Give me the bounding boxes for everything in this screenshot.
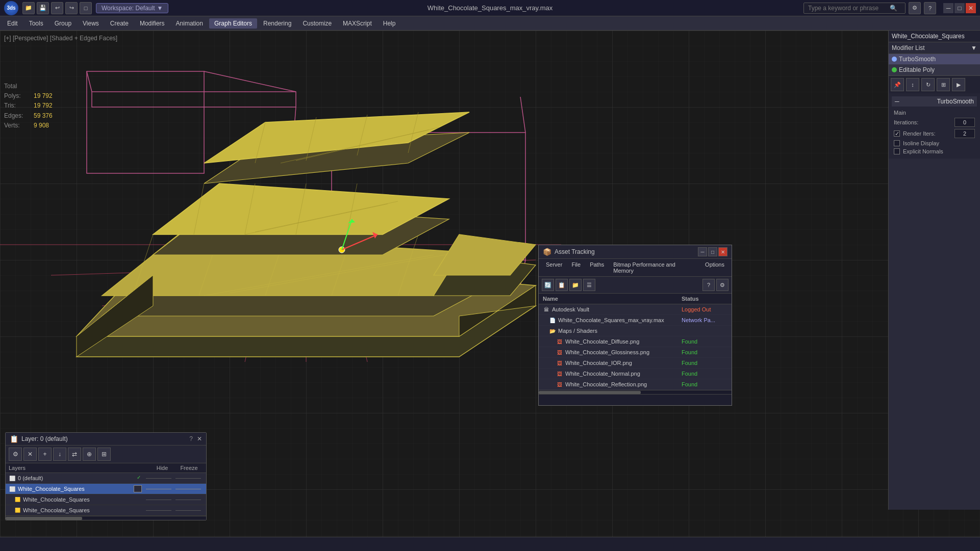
png-diffuse-icon: 🖼: [556, 338, 563, 345]
viewport-label: [+] [Perspective] [Shaded + Edged Faces]: [4, 35, 117, 42]
ts-isoline-checkbox[interactable]: [894, 140, 900, 146]
menu-help[interactable]: Help: [378, 18, 401, 29]
vault-icon: 🏛: [543, 306, 550, 313]
asset-row-diffuse[interactable]: 🖼 White_Chocolate_Diffuse.png Found: [539, 336, 732, 347]
asset-panel-title: Asset Tracking: [555, 248, 595, 255]
ts-collapse-icon[interactable]: ─: [895, 98, 899, 105]
menu-create[interactable]: Create: [105, 18, 134, 29]
undo-button[interactable]: ↩: [51, 2, 63, 14]
panel-icon-scale[interactable]: ⊞: [937, 78, 950, 91]
menu-graph-editors[interactable]: Graph Editors: [209, 18, 257, 29]
asset-tb-btn4[interactable]: ☰: [583, 279, 595, 291]
layer-scroll-thumb[interactable]: [6, 517, 82, 520]
asset-titlebar: 📦 Asset Tracking ─ □ ✕: [539, 245, 732, 259]
asset-ior-status: Found: [682, 360, 727, 366]
asset-menu-server[interactable]: Server: [542, 260, 566, 275]
asset-menu-options[interactable]: Options: [701, 260, 728, 275]
search-input[interactable]: [808, 5, 890, 12]
asset-scroll-thumb[interactable]: [539, 391, 641, 394]
asset-row-maps[interactable]: 📂 Maps / Shaders: [539, 326, 732, 336]
close-button[interactable]: ✕: [966, 3, 976, 13]
maps-icon: 📂: [549, 327, 556, 334]
modifier-turbosmooth[interactable]: TurboSmooth: [889, 54, 980, 65]
asset-menu-paths[interactable]: Paths: [586, 260, 608, 275]
panel-icon-cursor[interactable]: ↕: [906, 78, 919, 91]
polys-label: Polys:: [4, 91, 30, 101]
asset-close-button[interactable]: ✕: [718, 247, 727, 256]
minimize-button[interactable]: ─: [943, 3, 953, 13]
ts-iterations-input[interactable]: [954, 118, 975, 127]
save-button[interactable]: 💾: [37, 2, 49, 14]
modifier-editable-poly[interactable]: Editable Poly: [889, 65, 980, 75]
modifier-dot-turbosmooth: [892, 57, 897, 62]
asset-tb-help[interactable]: ?: [702, 279, 715, 291]
verts-value: 9 908: [34, 121, 49, 130]
asset-row-reflection[interactable]: 🖼 White_Chocolate_Reflection.png Found: [539, 379, 732, 390]
asset-maximize-button[interactable]: □: [708, 247, 717, 256]
panel-icon-pin[interactable]: 📌: [891, 78, 904, 91]
edges-value: 59 376: [34, 111, 53, 121]
menu-views[interactable]: Views: [78, 18, 104, 29]
ts-explicit-checkbox[interactable]: [894, 148, 900, 154]
asset-row-vault[interactable]: 🏛 Autodesk Vault Logged Out: [539, 304, 732, 315]
new-file-button[interactable]: 📁: [22, 2, 35, 14]
maximize-button[interactable]: □: [954, 3, 965, 13]
ts-render-iters-row: ✓ Render Iters:: [892, 128, 977, 139]
asset-tb-btn1[interactable]: 🔄: [542, 279, 554, 291]
menu-customize[interactable]: Customize: [297, 18, 337, 29]
layer-row-sub2[interactable]: 🟨 White_Chocolate_Squares: [6, 505, 206, 516]
asset-row-max-file[interactable]: 📄 White_Chocolate_Squares_max_vray.max N…: [539, 315, 732, 326]
search-options-icon[interactable]: ⚙: [909, 2, 921, 14]
asset-win-buttons: ─ □ ✕: [698, 247, 727, 256]
asset-tb-settings[interactable]: ⚙: [716, 279, 728, 291]
menu-maxscript[interactable]: MAXScript: [338, 18, 377, 29]
menu-rendering[interactable]: Rendering: [258, 18, 296, 29]
asset-tb-btn2[interactable]: 📋: [556, 279, 568, 291]
search-box: 🔍: [803, 3, 906, 14]
panel-icon-extra[interactable]: ▶: [952, 78, 965, 91]
modifier-list-dropdown[interactable]: ▼: [971, 44, 977, 51]
render-button[interactable]: □: [80, 2, 92, 14]
asset-menu-file[interactable]: File: [567, 260, 585, 275]
layer-help-icon[interactable]: ?: [189, 435, 193, 442]
modifier-label-turbosmooth: TurboSmooth: [899, 56, 936, 63]
asset-row-normal[interactable]: 🖼 White_Chocolate_Normal.png Found: [539, 369, 732, 379]
statusbar: [0, 537, 980, 551]
layer-add-button[interactable]: +: [38, 448, 52, 461]
viewport-area[interactable]: [+] [Perspective] [Shaded + Edged Faces]…: [0, 31, 980, 551]
menu-group[interactable]: Group: [49, 18, 77, 29]
menu-animation[interactable]: Animation: [171, 18, 208, 29]
panel-icon-rotate[interactable]: ↻: [921, 78, 935, 91]
ts-header-label: TurboSmooth: [937, 98, 974, 105]
layer-close-icon[interactable]: ✕: [197, 435, 202, 442]
asset-row-ior[interactable]: 🖼 White_Chocolate_IOR.png Found: [539, 358, 732, 369]
help-icon[interactable]: ?: [924, 2, 936, 14]
layer-delete-button[interactable]: ✕: [23, 448, 37, 461]
layer-tool4-button[interactable]: ⊞: [97, 448, 111, 461]
redo-button[interactable]: ↪: [65, 2, 78, 14]
asset-menu-bitmap[interactable]: Bitmap Performance and Memory: [609, 260, 700, 275]
max-file-icon: 📄: [549, 317, 556, 324]
menu-edit[interactable]: Edit: [2, 18, 23, 29]
layer-tool2-button[interactable]: ⇄: [68, 448, 81, 461]
layer-row-default[interactable]: ⬜ 0 (default) ✓: [6, 473, 206, 484]
asset-tb-btn3[interactable]: 📁: [569, 279, 582, 291]
workspace-selector[interactable]: Workspace: Default ▼: [96, 3, 168, 13]
ts-render-iters-input[interactable]: [954, 129, 975, 138]
asset-row-glossiness[interactable]: 🖼 White_Chocolate_Glossiness.png Found: [539, 347, 732, 358]
asset-max-status: Network Pa...: [682, 317, 727, 323]
layer-settings-button[interactable]: ⚙: [9, 448, 22, 461]
layer-tool1-button[interactable]: ↓: [53, 448, 66, 461]
layer-row-sub1[interactable]: 🟨 White_Chocolate_Squares: [6, 494, 206, 505]
ts-render-checkbox[interactable]: ✓: [894, 130, 900, 137]
layer-row-white-choc[interactable]: ⬜ White_Chocolate_Squares: [6, 484, 206, 494]
asset-minimize-button[interactable]: ─: [698, 247, 707, 256]
asset-normal-status: Found: [682, 371, 727, 377]
menu-tools[interactable]: Tools: [24, 18, 48, 29]
asset-scrollbar[interactable]: [539, 390, 732, 394]
turbosmooth-panel: ─ TurboSmooth Main Iterations: ✓ Render …: [889, 93, 980, 159]
layer-tool3-button[interactable]: ⊕: [83, 448, 96, 461]
menu-modifiers[interactable]: Modifiers: [135, 18, 170, 29]
layer-scrollbar[interactable]: [6, 516, 206, 520]
modifier-list-header: Modifier List ▼: [889, 42, 980, 54]
